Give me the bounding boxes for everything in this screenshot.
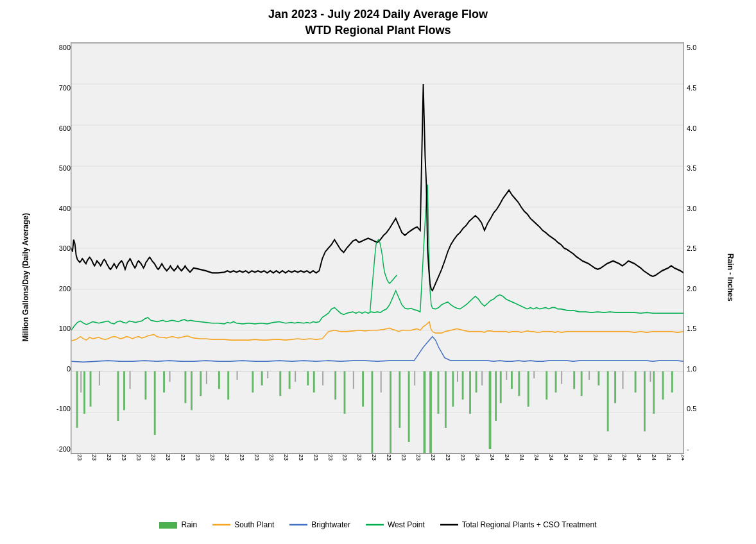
svg-text:7/28/2024: 7/28/2024 xyxy=(680,454,684,461)
svg-text:7/2/2023: 7/2/2023 xyxy=(268,454,275,461)
svg-rect-65 xyxy=(99,371,100,386)
y-left-ticks: 800 700 600 500 400 300 200 100 0 -100 -… xyxy=(45,42,71,454)
svg-text:8/27/2023: 8/27/2023 xyxy=(327,454,334,461)
svg-text:1/28/2024: 1/28/2024 xyxy=(489,454,495,461)
svg-rect-78 xyxy=(506,371,507,380)
y-axis-left: Million Gallons/Day (Daily Average) xyxy=(6,42,45,512)
svg-rect-17 xyxy=(144,371,146,400)
svg-rect-71 xyxy=(295,371,296,382)
legend-total-label: Total Regional Plants + CSO Treatment xyxy=(462,520,597,529)
svg-rect-74 xyxy=(381,371,382,393)
svg-text:10/22/2023: 10/22/2023 xyxy=(386,454,392,461)
y-axis-left-label: Million Gallons/Day (Daily Average) xyxy=(21,213,30,342)
svg-rect-19 xyxy=(163,371,165,393)
svg-text:12/17/2023: 12/17/2023 xyxy=(445,454,451,461)
legend-brightwater-icon xyxy=(289,521,307,529)
svg-rect-43 xyxy=(462,371,464,400)
svg-rect-63 xyxy=(671,371,673,393)
svg-rect-16 xyxy=(123,371,125,411)
y-right-ticks: 5.0 4.5 4.0 3.5 3.0 2.5 2.0 1.5 1.0 0.5 … xyxy=(684,42,711,454)
x-axis-labels: 1/1/2023 1/15/2023 1/29/2023 2/12/2023 2… xyxy=(71,454,684,512)
svg-rect-72 xyxy=(322,371,323,386)
svg-rect-29 xyxy=(307,371,309,386)
svg-rect-18 xyxy=(154,371,156,435)
svg-rect-15 xyxy=(117,371,119,421)
svg-rect-52 xyxy=(546,371,547,400)
svg-text:7/16/2023: 7/16/2023 xyxy=(283,454,289,461)
svg-rect-51 xyxy=(528,371,529,407)
svg-rect-25 xyxy=(252,371,253,393)
svg-text:12/31/2023: 12/31/2023 xyxy=(460,454,466,461)
svg-text:3/26/2023: 3/26/2023 xyxy=(165,454,171,461)
chart-title: Jan 2023 - July 2024 Daily Average Flow … xyxy=(6,6,750,38)
svg-rect-83 xyxy=(650,371,651,382)
svg-rect-21 xyxy=(191,371,193,411)
svg-text:1/14/2024: 1/14/2024 xyxy=(474,454,481,461)
svg-rect-26 xyxy=(261,371,263,386)
svg-text:8/13/2023: 8/13/2023 xyxy=(313,454,319,461)
svg-text:11/19/2023: 11/19/2023 xyxy=(415,454,422,461)
svg-rect-68 xyxy=(206,371,207,384)
svg-rect-53 xyxy=(555,371,557,393)
legend-brightwater-label: Brightwater xyxy=(311,520,350,529)
svg-rect-34 xyxy=(371,371,373,454)
svg-rect-47 xyxy=(495,371,497,421)
svg-rect-42 xyxy=(452,371,454,407)
svg-rect-24 xyxy=(227,371,229,400)
legend-rain-label: Rain xyxy=(181,520,197,529)
svg-rect-48 xyxy=(500,371,502,404)
svg-rect-28 xyxy=(289,371,291,389)
svg-rect-57 xyxy=(607,371,609,432)
svg-rect-30 xyxy=(313,371,315,393)
svg-text:5/7/2023: 5/7/2023 xyxy=(209,454,216,461)
svg-text:11/5/2023: 11/5/2023 xyxy=(400,454,407,461)
svg-rect-81 xyxy=(588,371,590,380)
svg-text:1/29/2023: 1/29/2023 xyxy=(106,454,112,461)
legend-rain: Rain xyxy=(159,520,197,529)
svg-rect-55 xyxy=(581,371,583,396)
svg-rect-37 xyxy=(408,371,410,442)
svg-rect-58 xyxy=(614,371,616,404)
svg-text:6/30/2024: 6/30/2024 xyxy=(651,454,657,461)
legend-south-plant: South Plant xyxy=(212,520,274,529)
svg-rect-73 xyxy=(353,371,354,389)
svg-rect-50 xyxy=(518,371,520,396)
svg-text:4/7/2024: 4/7/2024 xyxy=(563,454,569,461)
svg-rect-20 xyxy=(184,371,186,404)
svg-rect-13 xyxy=(83,371,85,414)
svg-text:6/2/2024: 6/2/2024 xyxy=(621,454,628,461)
svg-text:9/10/2023: 9/10/2023 xyxy=(342,454,348,461)
legend-brightwater: Brightwater xyxy=(289,520,350,529)
svg-rect-22 xyxy=(200,371,202,396)
svg-rect-39 xyxy=(429,371,432,454)
svg-text:5/5/2024: 5/5/2024 xyxy=(592,454,599,461)
svg-rect-36 xyxy=(399,371,400,428)
legend-rain-icon xyxy=(159,521,177,529)
legend-south-plant-icon xyxy=(212,521,230,529)
svg-text:2/26/2023: 2/26/2023 xyxy=(135,454,142,461)
chart-area: Million Gallons/Day (Daily Average) 800 … xyxy=(6,42,750,512)
svg-text:4/23/2023: 4/23/2023 xyxy=(194,454,201,461)
svg-rect-61 xyxy=(653,371,655,414)
svg-rect-33 xyxy=(362,371,364,407)
svg-rect-77 xyxy=(481,371,483,386)
legend-west-point-icon xyxy=(366,521,384,529)
svg-rect-62 xyxy=(662,371,664,400)
svg-text:7/30/2023: 7/30/2023 xyxy=(298,454,304,461)
svg-rect-46 xyxy=(489,371,492,449)
svg-rect-67 xyxy=(169,371,171,382)
svg-rect-59 xyxy=(635,371,637,393)
svg-rect-45 xyxy=(476,371,477,393)
title-line1: Jan 2023 - July 2024 Daily Average Flow xyxy=(6,6,750,22)
svg-rect-70 xyxy=(267,371,268,378)
legend-south-plant-label: South Plant xyxy=(234,520,274,529)
svg-text:10/8/2023: 10/8/2023 xyxy=(371,454,377,461)
svg-rect-82 xyxy=(623,371,624,389)
svg-rect-27 xyxy=(279,371,281,396)
svg-rect-79 xyxy=(533,371,535,378)
title-line2: WTD Regional Plant Flows xyxy=(6,22,750,38)
svg-rect-40 xyxy=(437,371,439,414)
svg-text:2/25/2024: 2/25/2024 xyxy=(519,454,525,461)
svg-text:2/11/2024: 2/11/2024 xyxy=(504,454,510,461)
svg-text:6/18/2023: 6/18/2023 xyxy=(253,454,260,461)
